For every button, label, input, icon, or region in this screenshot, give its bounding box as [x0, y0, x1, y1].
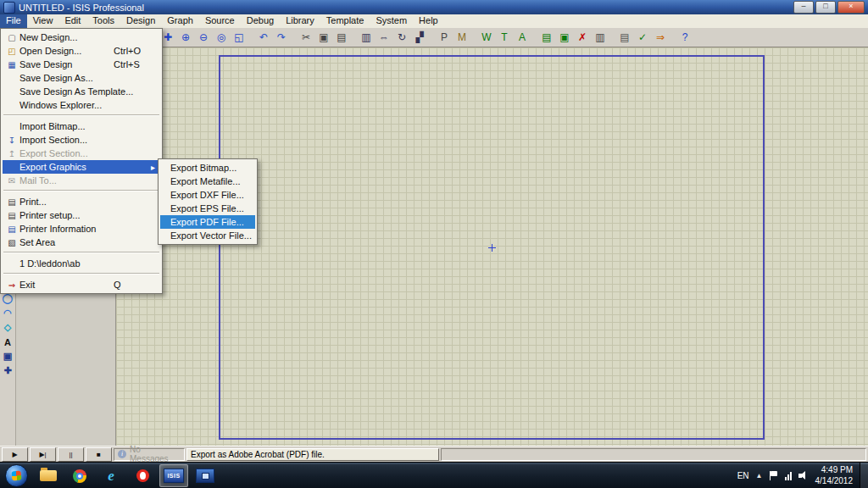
- menu-item-windows-explorer[interactable]: Windows Explorer...: [3, 98, 160, 112]
- zoom-area-icon[interactable]: ◱: [231, 29, 248, 46]
- menu-item-recent-file-1[interactable]: 1 D:\leddon\ab: [3, 257, 160, 270]
- internet-explorer-icon: e: [108, 468, 114, 485]
- menu-item-icon: ▤: [4, 197, 19, 207]
- clock-date: 4/14/2012: [815, 476, 854, 487]
- menubar-item-tools[interactable]: Tools: [86, 14, 120, 28]
- single-step-button[interactable]: ▶|: [30, 447, 56, 462]
- zoom-in-icon[interactable]: ⊕: [177, 29, 194, 46]
- electrical-rule-check-icon[interactable]: ✓: [634, 29, 651, 46]
- menu-item-icon: ↥: [4, 149, 19, 158]
- 2d-symbol-icon[interactable]: ▣: [1, 350, 14, 363]
- menu-item-icon: ✉: [4, 176, 19, 186]
- menubar-item-library[interactable]: Library: [280, 14, 320, 28]
- maximize-button[interactable]: □: [815, 1, 836, 14]
- taskbar-opera-button[interactable]: [128, 464, 157, 487]
- menubar-item-system[interactable]: System: [370, 14, 413, 28]
- schematic-canvas[interactable]: [116, 47, 868, 446]
- menu-item-icon: ▤: [4, 211, 19, 220]
- new-sheet-icon[interactable]: ▣: [556, 29, 573, 46]
- property-assignment-icon[interactable]: A: [514, 29, 531, 46]
- menubar-item-template[interactable]: Template: [320, 14, 370, 28]
- menu-item-save-design-as[interactable]: Save Design As...: [3, 71, 160, 85]
- remove-sheet-icon[interactable]: ✗: [574, 29, 591, 46]
- menubar-item-file[interactable]: File: [0, 14, 27, 28]
- action-center-flag-icon[interactable]: [770, 471, 778, 480]
- start-button[interactable]: [5, 464, 28, 487]
- menu-item-printer-setup[interactable]: ▤ Printer setup...: [3, 208, 160, 222]
- wire-autorouter-icon[interactable]: W: [478, 29, 495, 46]
- 2d-arc-icon[interactable]: ◠: [1, 307, 14, 319]
- menu-item-set-area[interactable]: ▧ Set Area: [3, 236, 160, 249]
- design-explorer-icon[interactable]: ▤: [538, 29, 555, 46]
- taskbar-chrome-button[interactable]: [65, 464, 94, 487]
- zoom-out-icon[interactable]: ⊖: [195, 29, 212, 46]
- stop-button[interactable]: ■: [86, 447, 112, 462]
- 2d-marker-icon[interactable]: ✚: [1, 364, 14, 377]
- cut-icon[interactable]: ✂: [298, 29, 314, 46]
- taskbar-ie-button[interactable]: e: [97, 464, 125, 487]
- menubar-item-design[interactable]: Design: [120, 14, 161, 28]
- taskbar-isis-button[interactable]: ISIS: [159, 464, 188, 487]
- close-button[interactable]: ×: [837, 1, 865, 14]
- zoom-all-icon[interactable]: ◎: [213, 29, 230, 46]
- submenu-item-export-dxf[interactable]: Export DXF File...: [160, 188, 255, 202]
- volume-icon[interactable]: [798, 471, 809, 480]
- menu-item-export-section[interactable]: ↥ Export Section...: [3, 147, 160, 160]
- network-icon[interactable]: [785, 471, 792, 480]
- menu-item-open-design[interactable]: ◰ Open Design... Ctrl+O: [3, 44, 160, 58]
- netlist-transfer-icon[interactable]: ⇒: [652, 29, 669, 46]
- menu-item-import-section[interactable]: ↧ Import Section...: [3, 133, 160, 147]
- menu-item-printer-information[interactable]: ▤ Printer Information: [3, 222, 160, 236]
- menu-item-mail-to[interactable]: ✉ Mail To...: [3, 174, 160, 187]
- submenu-item-export-vector[interactable]: Export Vector File...: [160, 229, 255, 242]
- menubar-item-help[interactable]: Help: [413, 14, 444, 28]
- help-icon[interactable]: ?: [676, 29, 693, 46]
- play-button[interactable]: ▶: [2, 447, 28, 462]
- paste-icon[interactable]: ▤: [333, 29, 350, 46]
- menubar-item-edit[interactable]: Edit: [58, 14, 86, 28]
- show-desktop-button[interactable]: [860, 463, 868, 488]
- simulation-controls: ▶▶|||■: [2, 447, 112, 462]
- clock[interactable]: 4:49 PM 4/14/2012: [815, 465, 854, 486]
- bill-of-materials-icon[interactable]: ▤: [616, 29, 633, 46]
- taskbar-folder-button[interactable]: [34, 464, 63, 487]
- menu-item-import-bitmap[interactable]: Import Bitmap...: [3, 119, 160, 133]
- menu-item-export-graphics[interactable]: Export Graphics: [3, 160, 160, 174]
- isis-window: UNTITLED - ISIS Professional – □ × FileV…: [0, 0, 868, 488]
- menu-item-icon: ▦: [4, 60, 19, 69]
- block-move-icon[interactable]: ⇔: [376, 29, 392, 46]
- pick-device-icon[interactable]: P: [436, 29, 453, 46]
- 2d-path-icon[interactable]: ◇: [1, 321, 14, 334]
- taskbar-ares-button[interactable]: [191, 464, 220, 487]
- submenu-item-export-pdf[interactable]: Export PDF File...: [160, 215, 255, 229]
- menubar-item-view[interactable]: View: [27, 14, 59, 28]
- menu-item-save-design-as-template[interactable]: Save Design As Template...: [3, 85, 160, 98]
- block-copy-icon[interactable]: ▥: [358, 29, 375, 46]
- menu-item-exit[interactable]: ⇒ Exit Q: [3, 278, 160, 291]
- menu-item-new-design[interactable]: ▢ New Design...: [3, 30, 160, 44]
- 2d-text-icon[interactable]: A: [1, 336, 14, 348]
- minimize-button[interactable]: –: [793, 1, 814, 14]
- hidden-icons-chevron-icon[interactable]: ▲: [756, 472, 763, 480]
- pause-button[interactable]: ||: [58, 447, 84, 462]
- redo-icon[interactable]: ↷: [273, 29, 290, 46]
- block-rotate-icon[interactable]: ↻: [393, 29, 410, 46]
- taskbar: e ISIS EN ▲ 4:49 PM 4/14/2012: [0, 462, 868, 488]
- menu-item-save-design[interactable]: ▦ Save Design Ctrl+S: [3, 58, 160, 71]
- submenu-item-export-metafile[interactable]: Export Metafile...: [160, 175, 255, 188]
- status-bar: ▶▶|||■ i No Messages Export as Adobe Acr…: [0, 446, 868, 462]
- menubar-item-graph[interactable]: Graph: [161, 14, 199, 28]
- menu-item-print[interactable]: ▤ Print...: [3, 195, 160, 208]
- language-indicator[interactable]: EN: [737, 471, 749, 480]
- undo-icon[interactable]: ↶: [255, 29, 272, 46]
- menubar-item-debug[interactable]: Debug: [241, 14, 280, 28]
- menubar-item-source[interactable]: Source: [199, 14, 241, 28]
- submenu-item-export-bitmap[interactable]: Export Bitmap...: [160, 161, 255, 175]
- make-device-icon[interactable]: M: [453, 29, 470, 46]
- goto-sheet-icon[interactable]: ▥: [592, 29, 609, 46]
- copy-icon[interactable]: ▣: [315, 29, 332, 46]
- search-tag-icon[interactable]: T: [496, 29, 513, 46]
- block-delete-icon[interactable]: ▞: [411, 29, 428, 46]
- submenu-item-export-eps[interactable]: Export EPS File...: [160, 202, 255, 215]
- 2d-ellipse-icon[interactable]: ◯: [1, 292, 14, 305]
